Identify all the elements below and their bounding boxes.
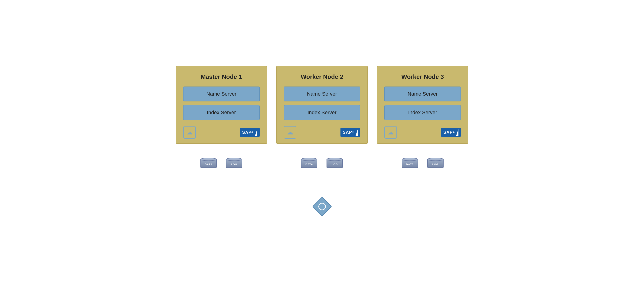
- storage-group-2: DATA LOG: [402, 158, 444, 169]
- master-node-title: Master Node 1: [183, 73, 260, 80]
- cylinder-top-1: [301, 158, 317, 161]
- log-cylinder-shape-0: LOG: [226, 158, 242, 169]
- log-cylinder-top-0: [226, 158, 242, 161]
- cloud-icon-box-2: ☁: [384, 126, 397, 139]
- sap-reg-0: ®: [252, 131, 254, 134]
- cylinder-top-0: [200, 158, 217, 161]
- sap-slash-0: [255, 129, 257, 136]
- name-server-service-1: Name Server: [284, 86, 360, 101]
- cloud-icon-1: ☁: [287, 129, 293, 136]
- sap-reg-1: ®: [352, 131, 354, 134]
- index-server-service-0: Index Server: [183, 105, 260, 120]
- diagram-container: Master Node 1 Name Server Index Server ☁…: [171, 57, 473, 227]
- network-connector: [315, 200, 329, 214]
- sap-logo-1: SAP®: [340, 128, 360, 137]
- log-cylinder-2: LOG: [427, 158, 444, 169]
- data-cylinder-shape-0: DATA: [200, 158, 217, 169]
- name-server-service-0: Name Server: [183, 86, 260, 101]
- data-cylinder-shape-2: DATA: [402, 158, 418, 169]
- index-server-service-2: Index Server: [384, 105, 461, 120]
- node-footer-2: ☁ SAP®: [384, 126, 461, 139]
- cloud-icon-2: ☁: [388, 129, 394, 136]
- data-cylinder-0: DATA: [200, 158, 217, 169]
- storage-group-0: DATA LOG: [200, 158, 242, 169]
- name-server-service-2: Name Server: [384, 86, 461, 101]
- storage-group-1: DATA LOG: [301, 158, 343, 169]
- data-cylinder-1: DATA: [301, 158, 317, 169]
- index-server-service-1: Index Server: [284, 105, 360, 120]
- sap-logo-0: SAP®: [240, 128, 260, 137]
- log-cylinder-shape-1: LOG: [326, 158, 343, 169]
- sap-reg-2: ®: [453, 131, 455, 134]
- sap-text-2: SAP: [443, 130, 453, 135]
- sap-slash-2: [456, 129, 458, 136]
- log-cylinder-1: LOG: [326, 158, 343, 169]
- data-cylinder-2: DATA: [402, 158, 418, 169]
- log-cylinder-top-2: [427, 158, 444, 161]
- nodes-row: Master Node 1 Name Server Index Server ☁…: [176, 66, 468, 144]
- data-label-2: DATA: [406, 163, 414, 166]
- cloud-icon-box-0: ☁: [183, 126, 196, 139]
- worker-node-3-title: Worker Node 3: [384, 73, 461, 80]
- worker-node-2-title: Worker Node 2: [284, 73, 360, 80]
- node-footer-0: ☁ SAP®: [183, 126, 260, 139]
- data-cylinder-shape-1: DATA: [301, 158, 317, 169]
- master-node-box: Master Node 1 Name Server Index Server ☁…: [176, 66, 267, 144]
- log-cylinder-top-1: [326, 158, 343, 161]
- sap-logo-2: SAP®: [441, 128, 461, 137]
- log-label-1: LOG: [332, 163, 338, 166]
- log-cylinder-0: LOG: [226, 158, 242, 169]
- cloud-icon-box-1: ☁: [284, 126, 296, 139]
- node-footer-1: ☁ SAP®: [284, 126, 360, 139]
- diamond-shape: [312, 197, 332, 217]
- sap-slash-1: [356, 129, 358, 136]
- bottom-section: DATA LOG DATA: [176, 144, 468, 218]
- sap-text-1: SAP: [343, 130, 352, 135]
- log-cylinder-shape-2: LOG: [427, 158, 444, 169]
- cloud-icon-0: ☁: [186, 129, 192, 136]
- data-label-0: DATA: [205, 163, 212, 166]
- log-label-0: LOG: [231, 163, 237, 166]
- data-label-1: DATA: [306, 163, 313, 166]
- worker-node-box-2: Worker Node 2 Name Server Index Server ☁…: [276, 66, 368, 144]
- log-label-2: LOG: [432, 163, 438, 166]
- worker-node-box-3: Worker Node 3 Name Server Index Server ☁…: [377, 66, 468, 144]
- cylinder-top-2: [402, 158, 418, 161]
- sap-text-0: SAP: [242, 130, 252, 135]
- diamond-inner: [317, 201, 327, 212]
